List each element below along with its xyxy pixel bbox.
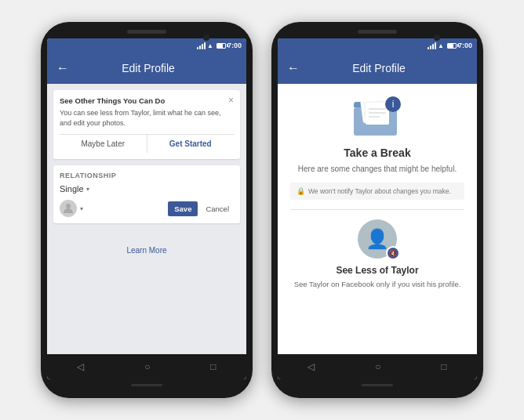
page-title-1: Edit Profile: [75, 62, 221, 74]
svg-text:i: i: [392, 99, 395, 110]
nav-bar-2: ◁ ○ □: [278, 354, 477, 379]
nav-recent-button-2[interactable]: □: [441, 361, 446, 372]
save-button[interactable]: Save: [168, 201, 198, 216]
phone-speaker: [127, 30, 166, 34]
section-divider: [290, 209, 464, 210]
phone2-main-content: i Take a Break Here are some changes tha…: [278, 84, 477, 354]
maybe-later-button[interactable]: Maybe Later: [60, 135, 147, 153]
status-time-2: 7:00: [458, 42, 472, 49]
relationship-dropdown[interactable]: Single ▾: [60, 184, 234, 194]
phone-2-bottom: [278, 379, 477, 390]
relationship-value: Single: [60, 184, 84, 194]
back-button-2[interactable]: ←: [287, 61, 300, 75]
battery-icon-2: [447, 43, 457, 49]
learn-more-link[interactable]: Learn More: [126, 246, 166, 255]
person-icon: [60, 200, 77, 217]
status-icons: ▲ 7:00: [197, 42, 242, 49]
wifi-icon: ▲: [207, 42, 213, 49]
home-bar-2: [362, 384, 393, 386]
signal-icon: [197, 42, 206, 49]
back-button[interactable]: ←: [56, 61, 69, 75]
nav-bar-1: ◁ ○ □: [47, 354, 246, 379]
phone-1: ▲ 7:00 ← Edit Profile See Other Things Y…: [41, 22, 253, 398]
phone-camera: [203, 34, 209, 41]
see-less-description: See Taylor on Facebook only if you visit…: [294, 279, 461, 289]
app-bar-1: ← Edit Profile: [47, 52, 246, 84]
nav-home-button[interactable]: ○: [144, 361, 150, 372]
close-button[interactable]: ×: [228, 95, 234, 106]
svg-point-0: [66, 204, 71, 208]
screen-content-1: See Other Things You Can Do × You can se…: [47, 84, 246, 354]
relationship-section: RELATIONSHIP Single ▾ ▾ Save Cance: [53, 165, 240, 223]
nav-back-button[interactable]: ◁: [77, 361, 84, 372]
notification-title: See Other Things You Can Do: [60, 96, 234, 105]
taylor-avatar-container: 👤 🔇: [358, 219, 397, 259]
take-a-break-description: Here are some changes that might be help…: [298, 164, 457, 175]
mute-icon: 🔇: [389, 250, 397, 257]
see-less-title: See Less of Taylor: [336, 265, 418, 276]
status-bar: ▲ 7:00: [47, 38, 246, 52]
mute-badge: 🔇: [386, 246, 400, 260]
nav-home-button-2[interactable]: ○: [375, 361, 380, 372]
page-title-2: Edit Profile: [306, 62, 452, 74]
see-less-section: 👤 🔇 See Less of Taylor See Taylor on Fac…: [290, 219, 464, 289]
home-bar: [131, 384, 162, 386]
edit-row: ▾ Save Cancel: [60, 200, 234, 217]
take-a-break-title: Take a Break: [344, 147, 410, 159]
dropdown-arrow-icon: ▾: [86, 186, 89, 193]
wifi-icon-2: ▲: [438, 42, 444, 49]
notification-card: See Other Things You Can Do × You can se…: [53, 90, 240, 159]
phone-2-speaker: [358, 30, 397, 34]
app-bar-2: ← Edit Profile: [278, 52, 477, 84]
battery-icon: [217, 43, 226, 49]
status-icons-2: ▲ 7:00: [428, 42, 472, 49]
phone-2: ▲ 7:00 ← Edit Profile: [271, 22, 483, 398]
privacy-text: We won't notify Taylor about changes you…: [308, 187, 451, 195]
learn-more-area: Learn More: [47, 230, 246, 269]
privacy-notice: 🔒 We won't notify Taylor about changes y…: [290, 183, 464, 200]
signal-icon-2: [428, 42, 436, 49]
phone-2-screen: ▲ 7:00 ← Edit Profile: [278, 38, 477, 379]
nav-recent-button[interactable]: □: [210, 361, 216, 372]
notification-actions: Maybe Later Get Started: [60, 134, 234, 153]
status-time: 7:00: [227, 42, 242, 49]
get-started-button[interactable]: Get Started: [147, 135, 235, 153]
phone-bottom: [47, 379, 246, 390]
take-a-break-illustration: i: [350, 93, 405, 140]
phone-1-screen: ▲ 7:00 ← Edit Profile See Other Things Y…: [47, 38, 246, 379]
lock-icon: 🔒: [297, 187, 305, 195]
status-bar-2: ▲ 7:00: [278, 38, 477, 52]
section-label: RELATIONSHIP: [60, 172, 234, 179]
cancel-button[interactable]: Cancel: [201, 201, 234, 216]
person-dropdown-icon: ▾: [80, 205, 83, 212]
notification-text: You can see less from Taylor, limit what…: [60, 108, 234, 128]
avatar-person-icon: 👤: [366, 228, 389, 250]
nav-back-button-2[interactable]: ◁: [307, 361, 315, 372]
phone-2-camera: [434, 34, 440, 41]
